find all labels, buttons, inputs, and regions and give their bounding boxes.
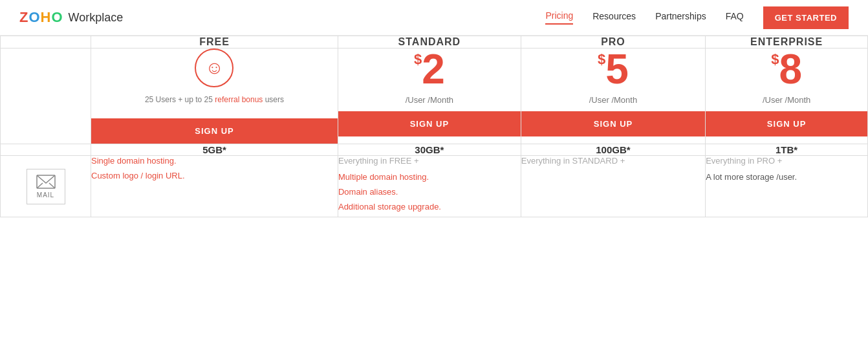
price-number-pro: 5 xyxy=(605,49,629,90)
main-nav: Pricing Resources Partnerships FAQ GET S… xyxy=(545,6,849,29)
features-row: MAIL Single domain hosting. Custom logo … xyxy=(1,156,868,217)
pricing-table: FREE STANDARD PRO ENTERPRISE ☺ 25 Users … xyxy=(0,36,868,217)
free-users-text: 25 Users + up to 25 referral bonus users xyxy=(91,95,338,104)
smiley-icon: ☺ xyxy=(195,49,233,87)
svg-line-2 xyxy=(49,183,55,188)
header: ZOHO Workplace Pricing Resources Partner… xyxy=(0,0,868,36)
logo-h: H xyxy=(41,9,52,25)
price-dollar-pro: $ xyxy=(598,52,605,67)
plan-cell-pro: $ 5 /User /Month SIGN UP xyxy=(521,49,705,144)
price-dollar-standard: $ xyxy=(414,52,422,67)
price-dollar-enterprise: $ xyxy=(771,52,779,67)
referral-bonus-link[interactable]: referral bonus xyxy=(215,95,263,104)
nav-item-pricing[interactable]: Pricing xyxy=(545,10,573,25)
storage-free: 5GB* xyxy=(91,144,338,156)
logo-o1: O xyxy=(28,9,40,25)
features-pro: Everything in STANDARD + xyxy=(521,156,705,217)
features-standard: Everything in FREE + Multiple domain hos… xyxy=(338,156,521,217)
mail-icon xyxy=(36,175,56,189)
signup-button-free[interactable]: SIGN UP xyxy=(91,118,338,144)
svg-line-1 xyxy=(37,183,43,188)
everything-enterprise: Everything in PRO + xyxy=(706,156,867,166)
logo-workplace: Workplace xyxy=(69,11,124,25)
storage-enterprise: 1TB* xyxy=(706,144,868,156)
everything-standard: Everything in FREE + xyxy=(338,156,521,166)
logo-o2: O xyxy=(51,9,63,25)
plan-cell-standard: $ 2 /User /Month SIGN UP xyxy=(338,49,521,144)
signup-button-standard[interactable]: SIGN UP xyxy=(338,111,521,136)
plan-cards-row: ☺ 25 Users + up to 25 referral bonus use… xyxy=(1,49,868,144)
col-header-free: FREE xyxy=(91,36,338,49)
feature-standard-2[interactable]: Domain aliases. xyxy=(338,187,521,197)
logo-zoho: ZOHO xyxy=(19,9,63,26)
price-period-pro: /User /Month xyxy=(521,95,705,105)
feature-standard-3[interactable]: Additional storage upgrade. xyxy=(338,202,521,212)
price-enterprise: $ 8 xyxy=(706,49,867,90)
storage-row: 5GB* 30GB* 100GB* 1TB* xyxy=(1,144,868,156)
mail-icon-cell: MAIL xyxy=(1,156,91,217)
get-started-button[interactable]: GET STARTED xyxy=(763,6,849,29)
price-standard: $ 2 xyxy=(338,49,521,90)
feature-enterprise-1: A lot more storage /user. xyxy=(706,172,867,182)
price-pro: $ 5 xyxy=(521,49,705,90)
mail-icon-box: MAIL xyxy=(27,169,65,204)
plan-cell-enterprise: $ 8 /User /Month SIGN UP xyxy=(706,49,868,144)
plan-cell-free: ☺ 25 Users + up to 25 referral bonus use… xyxy=(91,49,338,144)
mail-icon-label: MAIL xyxy=(37,191,54,199)
features-enterprise: Everything in PRO + A lot more storage /… xyxy=(706,156,868,217)
feature-free-2[interactable]: Custom logo / login URL. xyxy=(91,171,338,180)
nav-item-resources[interactable]: Resources xyxy=(592,11,636,24)
price-period-standard: /User /Month xyxy=(338,95,521,105)
everything-pro: Everything in STANDARD + xyxy=(521,156,705,166)
feature-free-1[interactable]: Single domain hosting. xyxy=(91,156,338,166)
nav-item-partnerships[interactable]: Partnerships xyxy=(655,11,706,24)
nav-item-faq[interactable]: FAQ xyxy=(726,11,744,24)
logo-z: Z xyxy=(19,9,28,25)
logo: ZOHO Workplace xyxy=(19,9,123,26)
storage-pro: 100GB* xyxy=(521,144,705,156)
pricing-section: FREE STANDARD PRO ENTERPRISE ☺ 25 Users … xyxy=(0,36,868,217)
price-number-enterprise: 8 xyxy=(779,49,802,90)
feature-standard-1[interactable]: Multiple domain hosting. xyxy=(338,172,521,182)
signup-button-pro[interactable]: SIGN UP xyxy=(521,111,705,136)
price-period-enterprise: /User /Month xyxy=(706,95,867,105)
signup-button-enterprise[interactable]: SIGN UP xyxy=(706,111,867,136)
features-free: Single domain hosting. Custom logo / log… xyxy=(91,156,338,217)
storage-standard: 30GB* xyxy=(338,144,521,156)
price-number-standard: 2 xyxy=(422,49,445,90)
